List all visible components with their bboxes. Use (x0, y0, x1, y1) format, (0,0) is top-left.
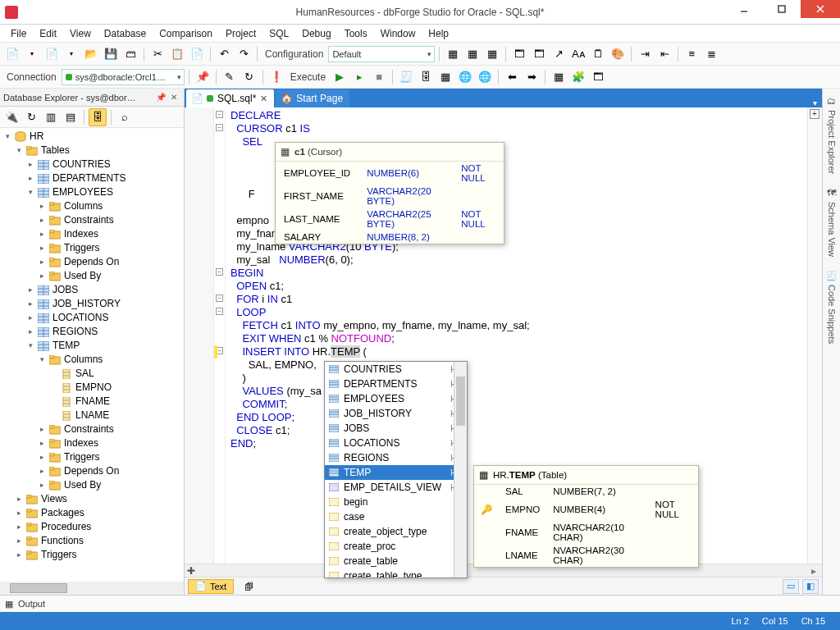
menu-database[interactable]: Database (98, 26, 152, 41)
ac-item[interactable]: TEMPHR (325, 465, 467, 480)
right-tab-project-explorer[interactable]: 🗂Project Explorer (826, 95, 838, 174)
outdent-button[interactable]: ⇤ (655, 45, 673, 63)
ac-item[interactable]: COUNTRIESHR (325, 362, 467, 377)
save-button[interactable]: 💾 (102, 45, 120, 63)
tree-table[interactable]: ▸REGIONS (0, 325, 184, 339)
ac-item[interactable]: create_object_type (325, 524, 467, 539)
ac-item[interactable]: LOCATIONSHR (325, 436, 467, 450)
uncomment-button[interactable]: ≣ (702, 45, 720, 63)
tree-folder[interactable]: ▸Indexes (0, 436, 184, 450)
export-button[interactable]: ▦ (550, 68, 568, 86)
tool-btn-d[interactable]: 🗔 (510, 45, 528, 63)
tree-folder[interactable]: ▸Triggers (0, 241, 184, 255)
new-sql-button[interactable]: 📄 (3, 45, 21, 63)
ac-item[interactable]: REGIONSHR (325, 450, 467, 465)
tree-table[interactable]: ▸JOBS (0, 283, 184, 297)
tree-column[interactable]: EMPNO (0, 381, 184, 395)
tool-btn-i[interactable]: 🎨 (609, 45, 627, 63)
scroll-right-icon[interactable]: ▸ (807, 565, 820, 577)
tabs-overflow-icon[interactable]: ▾ (808, 98, 822, 107)
menu-sql[interactable]: SQL (263, 26, 294, 41)
db-filter-button[interactable]: ⌕ (116, 108, 134, 126)
cut-button[interactable]: ✂ (148, 45, 167, 63)
run-button[interactable]: ▶ (331, 68, 349, 86)
new-query-dropdown[interactable]: ▾ (23, 45, 41, 63)
tree-folder[interactable]: ▸Used By (0, 269, 184, 283)
tree-folder[interactable]: ▸Triggers (0, 450, 184, 464)
redo-button[interactable]: ↷ (235, 45, 253, 63)
ac-item[interactable]: JOB_HISTORYHR (325, 406, 467, 421)
layout-split-button[interactable]: ▭ (783, 579, 799, 594)
tree-table[interactable]: ▸COUNTRIES (0, 158, 184, 171)
tool-btn-b[interactable]: ▦ (463, 45, 482, 63)
tree-folder[interactable]: ▸Depends On (0, 255, 184, 269)
stop-button[interactable]: ■ (370, 68, 388, 86)
panel-pin-icon[interactable]: 📌 (154, 91, 167, 104)
ac-item[interactable]: begin (325, 495, 467, 509)
tree-table-temp[interactable]: ▾TEMP (0, 339, 184, 353)
new-file-dropdown[interactable]: ▾ (62, 45, 80, 63)
comment-button[interactable]: ≡ (682, 45, 701, 63)
ac-item[interactable]: EMPLOYEESHR (325, 391, 467, 406)
tree-folder[interactable]: ▸Procedures (0, 520, 184, 534)
nav-back-button[interactable]: ⬅ (503, 68, 521, 86)
tree-folder-tables[interactable]: ▾Tables (0, 144, 184, 158)
menu-window[interactable]: Window (375, 26, 422, 41)
db-show-schema-button[interactable]: 🗄 (89, 108, 107, 126)
tree-column[interactable]: SAL (0, 367, 184, 381)
tree-hscroll[interactable] (0, 582, 184, 595)
tree-schema-hr[interactable]: ▾HR (0, 130, 184, 144)
right-tab-schema-view[interactable]: 🗺Schema View (826, 187, 838, 257)
db-filter-a-button[interactable]: ▥ (42, 108, 60, 126)
output-bar[interactable]: ▦ Output (0, 595, 840, 612)
tree-table[interactable]: ▸DEPARTMENTS (0, 171, 184, 185)
connection-select[interactable]: sys@dboracle:Orcl1… (62, 69, 185, 85)
tree-folder[interactable]: ▸Packages (0, 506, 184, 520)
db-filter-b-button[interactable]: ▤ (62, 108, 80, 126)
config-select[interactable]: Default (328, 46, 435, 62)
tab-close-icon[interactable]: ✕ (260, 94, 267, 104)
debug-step-button[interactable]: ▸ (350, 68, 368, 86)
ac-item[interactable]: create_table_type (325, 568, 467, 578)
menu-file[interactable]: File (5, 26, 32, 41)
docmap-expand-icon[interactable]: + (810, 109, 819, 119)
bottom-tab-other[interactable]: 🗐 (237, 579, 261, 594)
tree-column[interactable]: LNAME (0, 409, 184, 422)
menu-tools[interactable]: Tools (339, 26, 373, 41)
tab-sql[interactable]: 📄 SQL.sql* ✕ (186, 89, 274, 107)
tree-folder[interactable]: ▸Functions (0, 534, 184, 548)
document-map[interactable]: + (807, 107, 822, 564)
tree-folder[interactable]: ▸Views (0, 492, 184, 506)
tree-folder[interactable]: ▸Depends On (0, 464, 184, 478)
tab-start-page[interactable]: 🏠 Start Page (276, 89, 349, 107)
script-button[interactable]: 🧾 (397, 68, 415, 86)
grid-button[interactable]: ▦ (436, 68, 454, 86)
menu-help[interactable]: Help (422, 26, 454, 41)
ac-item[interactable]: create_table (325, 554, 467, 568)
tree-folder[interactable]: ▸Triggers (0, 548, 184, 562)
tool-btn-g[interactable]: Aᴀ (569, 45, 587, 63)
nav-fwd-button[interactable]: ➡ (523, 68, 541, 86)
window-button[interactable]: 🗔 (589, 68, 607, 86)
fold-column[interactable]: −−−−−− (214, 107, 226, 564)
menu-debug[interactable]: Debug (296, 26, 336, 41)
ac-item[interactable]: JOBSHR (325, 421, 467, 436)
db-tree[interactable]: ▾HR▾Tables▸COUNTRIES▸DEPARTMENTS▾EMPLOYE… (0, 128, 184, 595)
tree-folder[interactable]: ▸Constraints (0, 213, 184, 227)
autocomplete-scrollbar[interactable] (454, 362, 467, 578)
tree-folder[interactable]: ▸Used By (0, 478, 184, 492)
maximize-button[interactable] (763, 0, 801, 18)
refresh-button[interactable]: ↻ (240, 68, 258, 86)
pin-button[interactable]: 📌 (194, 68, 212, 86)
edit-button[interactable]: ✎ (221, 68, 239, 86)
tree-folder[interactable]: ▸Indexes (0, 227, 184, 241)
tree-table[interactable]: ▸LOCATIONS (0, 311, 184, 325)
ac-item[interactable]: EMP_DETAILS_VIEWHR (325, 480, 467, 495)
ac-item[interactable]: create_proc (325, 539, 467, 554)
tree-folder[interactable]: ▸Constraints (0, 422, 184, 436)
execute-label[interactable]: Execute (287, 71, 329, 83)
globe-b-button[interactable]: 🌐 (476, 68, 494, 86)
tool-btn-c[interactable]: ▦ (483, 45, 501, 63)
panel-close-icon[interactable]: ✕ (167, 91, 180, 104)
db-new-conn-button[interactable]: 🔌 (2, 108, 21, 126)
